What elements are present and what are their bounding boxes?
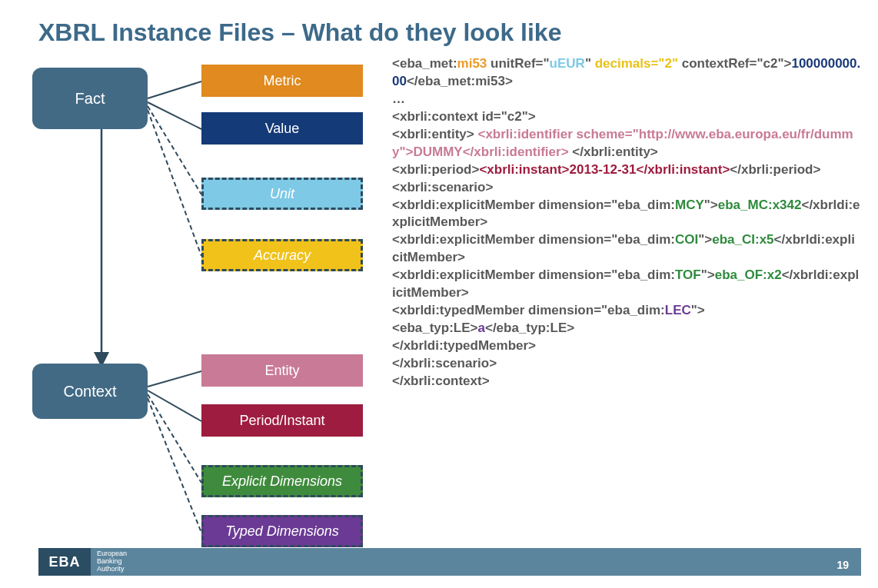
typed-dimensions-box: Typed Dimensions <box>201 515 363 547</box>
svg-line-3 <box>148 110 201 256</box>
fact-node: Fact <box>32 68 148 129</box>
svg-line-1 <box>148 102 201 129</box>
code-line: <xbrldi:explicitMember dimension="eba_di… <box>392 231 861 267</box>
svg-line-6 <box>148 390 201 421</box>
svg-line-0 <box>148 81 201 98</box>
code-line: <xbrli:scenario> <box>392 179 861 197</box>
code-line: … <box>392 91 861 108</box>
period-box: Period/Instant <box>201 404 363 437</box>
svg-line-5 <box>148 371 201 387</box>
eba-org-name: European Banking Authority <box>97 550 127 573</box>
accuracy-box: Accuracy <box>201 239 363 271</box>
code-line: <xbrldi:explicitMember dimension="eba_di… <box>392 267 861 302</box>
page-title: XBRL Instance Files – What do they look … <box>38 18 561 47</box>
metric-box: Metric <box>201 65 363 97</box>
code-line: <xbrli:context id="c2"> <box>392 108 861 126</box>
footer-bar: EBA European Banking Authority 19 <box>38 548 861 576</box>
svg-line-2 <box>148 106 201 194</box>
code-line: <xbrldi:explicitMember dimension="eba_di… <box>392 197 861 232</box>
page-number: 19 <box>836 559 849 571</box>
code-sample: <eba_met:mi53 unitRef="uEUR" decimals="2… <box>392 55 861 390</box>
code-line: <eba_typ:LE>a</eba_typ:LE> <box>392 320 861 337</box>
code-line: </xbrli:context> <box>392 373 861 390</box>
code-line: </xbrldi:typedMember> <box>392 337 861 355</box>
code-line: <xbrli:entity> <xbrli:identifier scheme=… <box>392 126 861 161</box>
code-line: <eba_met:mi53 unitRef="uEUR" decimals="2… <box>392 55 861 91</box>
eba-logo: EBA <box>38 548 91 576</box>
code-line: </xbrli:scenario> <box>392 355 861 373</box>
unit-box: Unit <box>201 178 363 210</box>
svg-line-7 <box>148 394 201 483</box>
code-line: <xbrli:period><xbrli:instant>2013-12-31<… <box>392 161 861 179</box>
context-node: Context <box>32 364 148 419</box>
value-box: Value <box>201 112 363 145</box>
diagram-area: Fact Context Metric Value Unit Accuracy … <box>25 60 378 552</box>
code-line: <xbrldi:typedMember dimension="eba_dim:L… <box>392 302 861 320</box>
entity-box: Entity <box>201 354 363 387</box>
explicit-dimensions-box: Explicit Dimensions <box>201 465 363 497</box>
svg-line-8 <box>148 398 201 533</box>
